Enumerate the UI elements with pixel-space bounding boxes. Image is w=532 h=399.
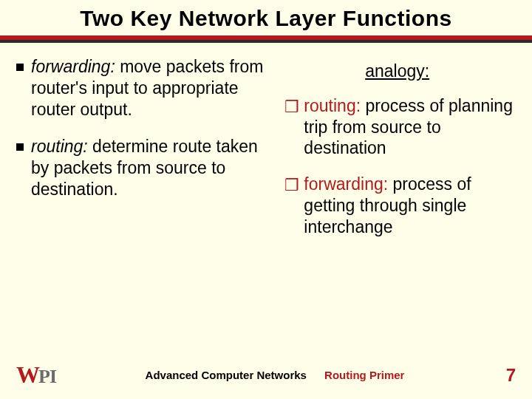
slide-title: Two Key Network Layer Functions [15, 6, 517, 31]
page-number: 7 [494, 365, 516, 386]
square-outline-icon: ❒ [284, 97, 299, 117]
right-column: analogy: ❒ routing: process of planning … [279, 56, 516, 252]
topic-name: Routing Primer [324, 369, 404, 381]
bullet-text: routing: determine route taken by packet… [31, 136, 273, 200]
course-name: Advanced Computer Networks [146, 369, 307, 381]
logo-pi: PI [38, 366, 56, 388]
bullet-text: forwarding: move packets from router's i… [31, 56, 273, 120]
term: routing: [31, 137, 88, 156]
bullet-item: routing: determine route taken by packet… [16, 136, 273, 200]
analogy-item: ❒ forwarding: process of getting through… [279, 174, 516, 237]
content-area: forwarding: move packets from router's i… [0, 43, 532, 252]
analogy-heading: analogy: [279, 61, 516, 82]
title-bar: Two Key Network Layer Functions [0, 0, 532, 35]
logo-w: W [16, 361, 38, 389]
term: forwarding: [31, 57, 115, 76]
square-bullet-icon [16, 143, 24, 151]
wpi-logo: WPI [16, 361, 56, 389]
analogy-text: routing: process of planning trip from s… [304, 95, 516, 159]
footer-center: Advanced Computer Networks Routing Prime… [56, 369, 494, 381]
square-bullet-icon [16, 64, 24, 71]
analogy-text: forwarding: process of getting through s… [304, 174, 516, 237]
left-column: forwarding: move packets from router's i… [16, 56, 273, 252]
term: routing: [304, 96, 361, 115]
analogy-item: ❒ routing: process of planning trip from… [279, 95, 516, 159]
bullet-item: forwarding: move packets from router's i… [16, 56, 273, 120]
square-outline-icon: ❒ [284, 175, 299, 196]
footer: WPI Advanced Computer Networks Routing P… [0, 361, 532, 389]
term: forwarding: [304, 174, 388, 194]
